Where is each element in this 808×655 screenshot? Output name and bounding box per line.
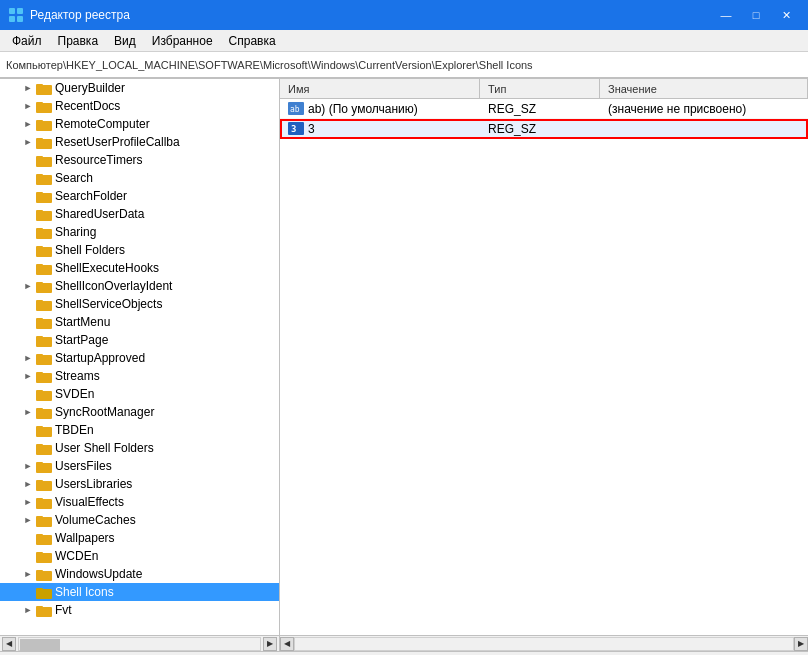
app-icon bbox=[8, 7, 24, 23]
minimize-button[interactable]: — bbox=[712, 5, 740, 25]
tree-arrow-icon bbox=[20, 530, 36, 546]
tree-item-label: Streams bbox=[55, 369, 100, 383]
tree-item[interactable]: SharedUserData bbox=[0, 205, 279, 223]
tree-arrow-icon bbox=[20, 224, 36, 240]
cell-name: ab ab) (По умолчанию) bbox=[280, 100, 480, 118]
tree-item[interactable]: Wallpapers bbox=[0, 529, 279, 547]
h-scroll-area: ◀ ▶ ◀ ▶ bbox=[0, 635, 808, 651]
folder-icon bbox=[36, 243, 52, 257]
tree-item[interactable]: StartPage bbox=[0, 331, 279, 349]
tree-arrow-icon: ► bbox=[20, 350, 36, 366]
folder-icon bbox=[36, 549, 52, 563]
tree-item[interactable]: SearchFolder bbox=[0, 187, 279, 205]
table-row[interactable]: ab ab) (По умолчанию)REG_SZ(значение не … bbox=[280, 99, 808, 119]
tree-item-label: Wallpapers bbox=[55, 531, 115, 545]
menu-item-вид[interactable]: Вид bbox=[106, 32, 144, 50]
tree-item[interactable]: ► RecentDocs bbox=[0, 97, 279, 115]
svg-rect-5 bbox=[36, 84, 43, 87]
tree-item-label: Shell Icons bbox=[55, 585, 114, 599]
tree-arrow-icon: ► bbox=[20, 602, 36, 618]
tree-item[interactable]: ► UsersFiles bbox=[0, 457, 279, 475]
svg-rect-57 bbox=[36, 552, 43, 555]
tree-item[interactable]: WCDEn bbox=[0, 547, 279, 565]
tree-item[interactable]: TBDEn bbox=[0, 421, 279, 439]
tree-arrow-icon: ► bbox=[20, 98, 36, 114]
tree-item[interactable]: ► ShellIconOverlayIdent bbox=[0, 277, 279, 295]
tree-item[interactable]: Search bbox=[0, 169, 279, 187]
tree-arrow-icon: ► bbox=[20, 494, 36, 510]
folder-icon bbox=[36, 351, 52, 365]
tree-item[interactable]: ► WindowsUpdate bbox=[0, 565, 279, 583]
tree-arrow-icon bbox=[20, 422, 36, 438]
folder-icon bbox=[36, 315, 52, 329]
tree-item[interactable]: Shell Icons bbox=[0, 583, 279, 601]
tree-arrow-icon bbox=[20, 386, 36, 402]
tree-item[interactable]: ► VisualEffects bbox=[0, 493, 279, 511]
tree-arrow-icon: ► bbox=[20, 566, 36, 582]
svg-rect-55 bbox=[36, 534, 43, 537]
folder-icon bbox=[36, 333, 52, 347]
tree-item[interactable]: ResourceTimers bbox=[0, 151, 279, 169]
tree-scroll[interactable]: ► QueryBuilder► RecentDocs► RemoteComput… bbox=[0, 79, 279, 635]
tree-item[interactable]: ► QueryBuilder bbox=[0, 79, 279, 97]
tree-item[interactable]: ► ResetUserProfileCallba bbox=[0, 133, 279, 151]
scroll-left-btn2[interactable]: ◀ bbox=[280, 637, 294, 651]
svg-rect-19 bbox=[36, 210, 43, 213]
svg-rect-39 bbox=[36, 390, 43, 393]
folder-icon bbox=[36, 387, 52, 401]
svg-rect-37 bbox=[36, 372, 43, 375]
scroll-right-btn2[interactable]: ▶ bbox=[794, 637, 808, 651]
folder-icon bbox=[36, 117, 52, 131]
tree-item[interactable]: ► VolumeCaches bbox=[0, 511, 279, 529]
tree-item[interactable]: StartMenu bbox=[0, 313, 279, 331]
scroll-track-left[interactable] bbox=[18, 637, 261, 651]
svg-rect-35 bbox=[36, 354, 43, 357]
col-header-type[interactable]: Тип bbox=[480, 79, 600, 98]
menu-item-правка[interactable]: Правка bbox=[50, 32, 107, 50]
tree-arrow-icon: ► bbox=[20, 134, 36, 150]
svg-rect-47 bbox=[36, 462, 43, 465]
tree-item-label: WCDEn bbox=[55, 549, 98, 563]
tree-item[interactable]: User Shell Folders bbox=[0, 439, 279, 457]
folder-icon bbox=[36, 189, 52, 203]
tree-item[interactable]: ► RemoteComputer bbox=[0, 115, 279, 133]
tree-item[interactable]: ► Fvt bbox=[0, 601, 279, 619]
tree-arrow-icon bbox=[20, 584, 36, 600]
tree-item-label: ShellExecuteHooks bbox=[55, 261, 159, 275]
scroll-left-btn[interactable]: ◀ bbox=[2, 637, 16, 651]
svg-rect-17 bbox=[36, 192, 43, 195]
menu-item-избранное[interactable]: Избранное bbox=[144, 32, 221, 50]
scroll-right-btn[interactable]: ▶ bbox=[263, 637, 277, 651]
window-title: Редактор реестра bbox=[30, 8, 130, 22]
tree-arrow-icon: ► bbox=[20, 476, 36, 492]
tree-item[interactable]: Shell Folders bbox=[0, 241, 279, 259]
tree-item[interactable]: ► StartupApproved bbox=[0, 349, 279, 367]
tree-item[interactable]: ShellServiceObjects bbox=[0, 295, 279, 313]
tree-item-label: SharedUserData bbox=[55, 207, 144, 221]
folder-icon bbox=[36, 297, 52, 311]
close-button[interactable]: ✕ bbox=[772, 5, 800, 25]
folder-icon bbox=[36, 495, 52, 509]
tree-item-label: VolumeCaches bbox=[55, 513, 136, 527]
address-path: Компьютер\HKEY_LOCAL_MACHINE\SOFTWARE\Mi… bbox=[6, 59, 533, 71]
tree-pane: ► QueryBuilder► RecentDocs► RemoteComput… bbox=[0, 79, 280, 635]
tree-item[interactable]: ► Streams bbox=[0, 367, 279, 385]
tree-item[interactable]: ShellExecuteHooks bbox=[0, 259, 279, 277]
tree-item[interactable]: ► UsersLibraries bbox=[0, 475, 279, 493]
menu-item-справка[interactable]: Справка bbox=[221, 32, 284, 50]
tree-item[interactable]: SVDEn bbox=[0, 385, 279, 403]
scroll-track-right[interactable] bbox=[294, 637, 794, 651]
folder-icon bbox=[36, 225, 52, 239]
tree-item-label: StartPage bbox=[55, 333, 108, 347]
tree-item[interactable]: ► SyncRootManager bbox=[0, 403, 279, 421]
menu-item-файл[interactable]: Файл bbox=[4, 32, 50, 50]
maximize-button[interactable]: □ bbox=[742, 5, 770, 25]
col-header-value[interactable]: Значение bbox=[600, 79, 808, 98]
table-row[interactable]: 3 3REG_SZ bbox=[280, 119, 808, 139]
tree-arrow-icon: ► bbox=[20, 116, 36, 132]
scroll-thumb-left[interactable] bbox=[20, 639, 60, 651]
tree-item[interactable]: Sharing bbox=[0, 223, 279, 241]
col-header-name[interactable]: Имя bbox=[280, 79, 480, 98]
svg-rect-41 bbox=[36, 408, 43, 411]
svg-rect-45 bbox=[36, 444, 43, 447]
